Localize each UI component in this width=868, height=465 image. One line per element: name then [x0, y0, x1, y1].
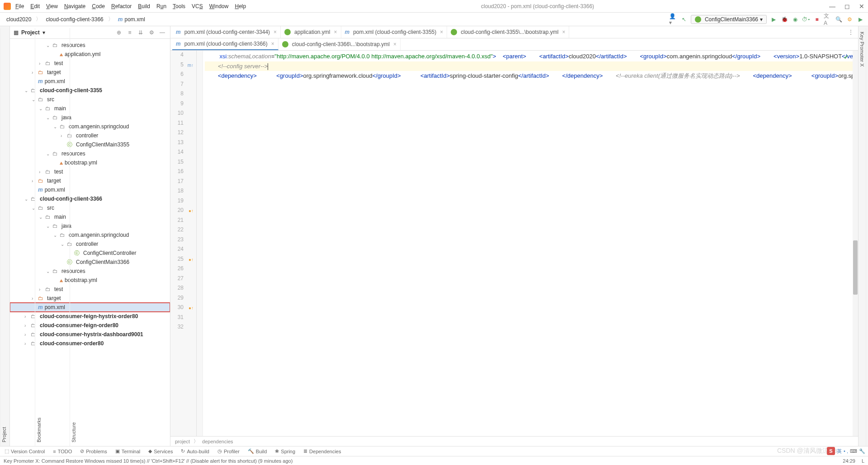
tree-node[interactable]: ›🗀test [10, 59, 170, 68]
tree-node[interactable]: ›🗀cloud-consumer-hystrix-dashboard9001 [10, 330, 170, 339]
menu-help[interactable]: Help [235, 3, 246, 9]
tree-arrow-icon[interactable]: › [61, 133, 67, 138]
close-tab-icon[interactable]: × [562, 29, 565, 35]
line-number[interactable]: 30●↑ [170, 304, 196, 314]
tree-node[interactable]: ›🗀target [10, 294, 170, 303]
tree-node[interactable]: mpom.xml [10, 185, 170, 194]
line-number[interactable]: 18 [170, 188, 196, 197]
tool-spring[interactable]: ❀ Spring [275, 448, 295, 454]
inspection-ok-icon[interactable]: ✔ [844, 52, 849, 62]
scrollbar-vertical[interactable] [853, 51, 858, 436]
editor-tab[interactable]: mpom.xml (cloud-config-client-3366)× [172, 38, 278, 50]
line-number[interactable]: 24 [170, 246, 196, 256]
line-number[interactable]: 32 [170, 324, 196, 333]
project-tree[interactable]: ⌄🗀resources⟁application.yml›🗀test›🗀targe… [10, 39, 170, 446]
line-number[interactable]: 14 [170, 149, 196, 159]
run-icon[interactable]: ▶ [769, 15, 778, 23]
close-window-icon[interactable]: ✕ [859, 3, 864, 10]
tool-key-promoter[interactable]: Key Promoter X [859, 28, 866, 446]
menu-file[interactable]: File [15, 3, 24, 9]
tree-node[interactable]: ⌄🗀com.angenin.springcloud [10, 122, 170, 131]
locate-icon[interactable]: ⊕ [115, 28, 123, 37]
tree-node[interactable]: ⌄🗀cloud-config-client-3366 [10, 194, 170, 203]
tool-terminal[interactable]: ▣ Terminal [115, 448, 141, 454]
tool-bookmarks[interactable]: Bookmarks [35, 28, 42, 446]
tool-autobuild[interactable]: ↻ Auto-build [181, 448, 209, 454]
translate-icon[interactable]: 文A [824, 15, 832, 23]
tree-arrow-icon[interactable]: ⌄ [61, 242, 67, 247]
tree-arrow-icon[interactable]: › [24, 323, 31, 328]
intention-bulb-icon[interactable]: 💡 [203, 61, 204, 71]
line-number[interactable]: 16 [170, 168, 196, 178]
tree-node[interactable]: ›🗀target [10, 68, 170, 77]
tree-node[interactable]: ⌄🗀main [10, 212, 170, 221]
menu-edit[interactable]: Edit [30, 3, 40, 9]
line-number[interactable]: 12 [170, 129, 196, 139]
line-separator[interactable]: L [862, 458, 864, 464]
line-number-gutter[interactable]: 45m↑67891011121314151617181920●↑21222324… [170, 51, 197, 436]
debug-icon[interactable]: 🐞 [780, 15, 788, 23]
ime-punct-icon[interactable]: • , [844, 448, 848, 454]
ime-icon[interactable]: S [827, 447, 835, 455]
collapse-all-icon[interactable]: ⇊ [137, 28, 145, 37]
menu-vcs[interactable]: VCS [192, 3, 203, 9]
gutter-mark-icon[interactable]: ●↑ [189, 208, 193, 213]
tree-node[interactable]: ⟁application.yml [10, 50, 170, 59]
caret-position[interactable]: 24:29 [843, 458, 855, 464]
play-all-icon[interactable]: ▶ [856, 15, 864, 23]
breadcrumb-root[interactable]: cloud2020 [4, 15, 34, 23]
stop-icon[interactable]: ■ [813, 15, 821, 23]
line-number[interactable]: 23 [170, 236, 196, 246]
tree-node[interactable]: ⌄🗀src [10, 95, 170, 104]
close-tab-icon[interactable]: × [334, 29, 337, 35]
line-number[interactable]: 13 [170, 139, 196, 149]
settings-gear-icon[interactable]: ⚙ [147, 28, 156, 37]
tree-node[interactable]: ⌄🗀main [10, 104, 170, 113]
tree-node[interactable]: ›🗀test [10, 167, 170, 176]
line-number[interactable]: 22 [170, 226, 196, 236]
coverage-icon[interactable]: ◉ [791, 15, 799, 23]
editor-breadcrumb-item[interactable]: project [175, 439, 190, 444]
tool-dependencies[interactable]: ≣ Dependencies [303, 448, 341, 454]
settings-icon[interactable]: ⚙ [845, 15, 854, 23]
search-icon[interactable]: 🔍 [835, 15, 843, 23]
editor-breadcrumb-item[interactable]: dependencies [202, 439, 233, 444]
menu-build[interactable]: Build [138, 3, 150, 9]
tool-structure[interactable]: Structure [70, 28, 77, 446]
tool-services[interactable]: ◆ Services [148, 448, 173, 454]
tree-arrow-icon[interactable]: ⌄ [24, 197, 31, 202]
menu-view[interactable]: View [46, 3, 58, 9]
minimize-icon[interactable]: — [829, 3, 835, 10]
breadcrumb-module[interactable]: cloud-config-client-3366 [43, 15, 106, 23]
maximize-icon[interactable]: ◻ [844, 3, 850, 10]
tree-arrow-icon[interactable]: ⌄ [46, 151, 52, 156]
editor-tab[interactable]: cloud-config-client-3355\...\bootstrap.y… [447, 26, 569, 38]
tree-node[interactable]: ›🗀test [10, 285, 170, 294]
project-view-icon[interactable]: ▦ [14, 29, 19, 36]
tool-problems[interactable]: ⊘ Problems [80, 448, 107, 454]
menu-code[interactable]: Code [92, 3, 105, 9]
tree-node[interactable]: ⌄🗀cloud-config-client-3355 [10, 86, 170, 95]
tree-node[interactable]: ⌄🗀java [10, 113, 170, 122]
tree-node[interactable]: ⌄🗀src [10, 203, 170, 212]
tool-version-control[interactable]: ⬚ Version Control [5, 448, 45, 454]
menu-tools[interactable]: Tools [173, 3, 185, 9]
gutter-mark-icon[interactable]: ●↑ [189, 305, 193, 310]
ime-settings-icon[interactable]: 🔧 [859, 448, 865, 454]
tree-arrow-icon[interactable]: ⌄ [46, 269, 52, 274]
close-tab-icon[interactable]: × [274, 29, 277, 35]
line-number[interactable]: 19 [170, 197, 196, 207]
editor-tab[interactable]: mpom.xml (cloud-config-center-3344)× [172, 26, 281, 38]
line-number[interactable]: 25●↑ [170, 256, 196, 266]
menu-refactor[interactable]: Refactor [111, 3, 132, 9]
tree-node[interactable]: ›🗀cloud-consumer-feign-order80 [10, 321, 170, 330]
fold-gutter[interactable] [197, 51, 203, 436]
tool-build[interactable]: 🔨 Build [248, 448, 267, 454]
close-tab-icon[interactable]: × [393, 41, 396, 47]
line-number[interactable]: 6 [170, 71, 196, 81]
close-tab-icon[interactable]: × [271, 41, 274, 47]
tree-arrow-icon[interactable]: › [24, 314, 31, 319]
line-number[interactable]: 17 [170, 178, 196, 188]
user-icon[interactable]: 👤▾ [669, 15, 677, 23]
run-config-selector[interactable]: ConfigClientMain3366 ▾ [691, 15, 767, 24]
